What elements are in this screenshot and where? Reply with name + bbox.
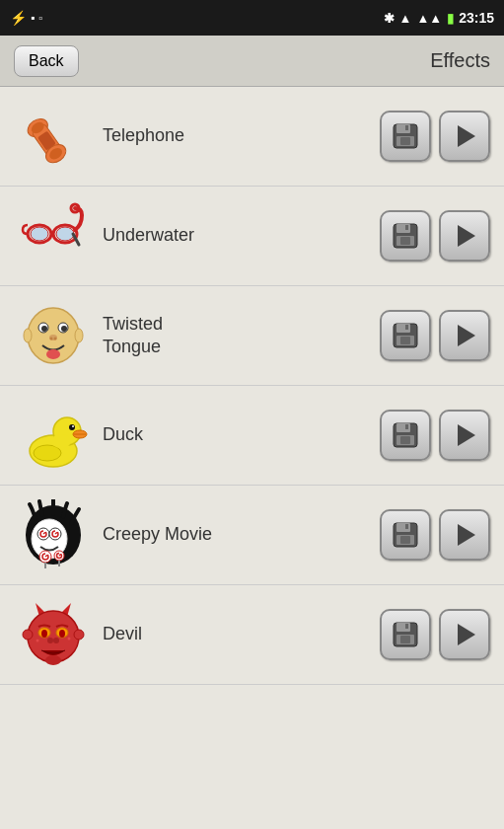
duck-icon — [14, 396, 93, 475]
status-bar: ⚡ ▪ ▫ ✱ ▲ ▲▲ ▮ 23:15 — [0, 0, 504, 36]
telephone-buttons — [380, 111, 490, 162]
svg-point-33 — [75, 329, 83, 342]
svg-point-27 — [61, 326, 67, 332]
svg-rect-84 — [400, 636, 410, 643]
play-icon — [458, 524, 475, 546]
creepy-movie-play-button[interactable] — [439, 509, 490, 561]
svg-point-42 — [69, 424, 75, 430]
underwater-play-button[interactable] — [439, 210, 490, 262]
svg-rect-21 — [400, 237, 410, 245]
devil-save-button[interactable] — [380, 609, 431, 660]
underwater-buttons — [380, 210, 490, 262]
list-item: Creepy Movie — [0, 486, 504, 585]
creepy-movie-icon — [14, 495, 93, 574]
telephone-save-button[interactable] — [380, 111, 431, 162]
effect-name-devil: Devil — [93, 623, 380, 645]
devil-buttons — [380, 609, 490, 660]
bluetooth-icon: ✱ — [384, 11, 395, 26]
svg-point-46 — [51, 434, 71, 448]
effect-name-creepy-movie: Creepy Movie — [93, 523, 380, 546]
play-icon — [458, 624, 475, 645]
save-icon — [392, 421, 419, 449]
save-icon — [392, 322, 419, 349]
twisted-tongue-save-button[interactable] — [380, 310, 431, 361]
status-left-icons: ⚡ ▪ ▫ — [10, 10, 42, 26]
page-title: Effects — [430, 49, 490, 72]
play-icon — [458, 125, 475, 147]
list-item: Underwater — [0, 187, 504, 286]
save-icon — [392, 521, 419, 549]
svg-rect-85 — [405, 624, 408, 629]
effect-name-underwater: Underwater — [93, 224, 380, 247]
save-icon — [392, 222, 419, 250]
svg-point-30 — [50, 338, 53, 340]
battery-small-icon: ▪ — [31, 11, 35, 25]
effect-name-duck: Duck — [93, 423, 380, 446]
save-icon — [392, 122, 419, 150]
effects-list: Telephone — [0, 87, 504, 829]
header: Back Effects — [0, 36, 504, 87]
devil-play-button[interactable] — [439, 609, 490, 660]
list-item: Duck — [0, 386, 504, 486]
back-button[interactable]: Back — [14, 45, 79, 77]
creepy-movie-buttons — [380, 509, 490, 561]
effect-name-telephone: Telephone — [93, 124, 380, 147]
devil-icon — [14, 595, 93, 674]
svg-point-14 — [56, 227, 74, 241]
svg-rect-50 — [400, 436, 410, 444]
svg-point-40 — [34, 445, 61, 461]
usb-icon: ⚡ — [10, 10, 27, 26]
twisted-tongue-play-button[interactable] — [439, 310, 490, 361]
svg-rect-51 — [405, 424, 408, 429]
telephone-play-button[interactable] — [439, 111, 490, 162]
twisted-tongue-buttons — [380, 310, 490, 361]
svg-point-75 — [59, 630, 65, 638]
underwater-icon — [14, 196, 93, 275]
svg-rect-22 — [405, 225, 408, 230]
wifi-icon: ▲ — [399, 11, 412, 26]
duck-save-button[interactable] — [380, 410, 431, 461]
time-display: 23:15 — [459, 10, 494, 26]
svg-rect-37 — [400, 337, 410, 344]
svg-point-80 — [74, 630, 84, 640]
play-icon — [458, 325, 475, 346]
svg-point-77 — [53, 638, 59, 643]
svg-rect-10 — [405, 125, 408, 130]
duck-play-button[interactable] — [439, 410, 490, 461]
svg-rect-64 — [405, 524, 408, 529]
play-icon — [458, 225, 475, 247]
signal-icon: ▲▲ — [416, 11, 442, 26]
svg-point-71 — [68, 638, 71, 641]
sd-icon: ▫ — [38, 12, 42, 24]
battery-icon: ▮ — [447, 11, 454, 26]
svg-point-76 — [47, 638, 53, 643]
svg-point-31 — [54, 338, 57, 340]
svg-point-43 — [72, 425, 74, 427]
svg-rect-38 — [405, 325, 408, 330]
svg-point-78 — [45, 655, 61, 665]
list-item: Twisted Tongue — [0, 286, 504, 386]
svg-point-79 — [23, 630, 33, 640]
play-icon — [458, 424, 475, 446]
underwater-save-button[interactable] — [380, 210, 431, 262]
save-icon — [392, 621, 419, 648]
creepy-movie-save-button[interactable] — [380, 509, 431, 561]
svg-point-12 — [31, 227, 48, 241]
duck-buttons — [380, 410, 490, 461]
svg-rect-63 — [400, 536, 410, 544]
svg-point-32 — [24, 329, 32, 342]
list-item: Telephone — [0, 87, 504, 187]
status-right-icons: ✱ ▲ ▲▲ ▮ 23:15 — [384, 10, 494, 26]
twisted-tongue-icon — [14, 296, 93, 375]
effect-name-twisted-tongue: Twisted Tongue — [93, 313, 380, 359]
svg-point-70 — [36, 640, 39, 642]
svg-point-74 — [41, 630, 47, 638]
telephone-icon — [14, 97, 93, 176]
svg-rect-9 — [400, 137, 410, 145]
list-item: Devil — [0, 585, 504, 685]
svg-point-26 — [41, 326, 47, 332]
